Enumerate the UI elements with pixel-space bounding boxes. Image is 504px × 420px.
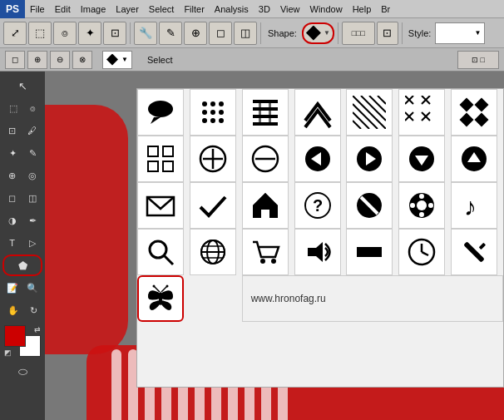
shape-cell-house[interactable] — [242, 182, 289, 229]
opt-btn-right-1[interactable]: ⊡ □ — [457, 51, 499, 69]
tool-lasso[interactable]: ⌾ — [30, 103, 36, 113]
shape-cell-butterfly[interactable] — [137, 275, 184, 322]
menu-file[interactable]: File — [25, 0, 50, 17]
tool-text[interactable]: T — [9, 238, 15, 248]
toolbar-btn-heal[interactable]: 🔧 — [134, 22, 157, 45]
menu-layer[interactable]: Layer — [111, 0, 144, 17]
tool-path[interactable]: ▷ — [29, 238, 36, 249]
tool-hand[interactable]: ✋ — [7, 305, 19, 316]
tool-zoom[interactable]: 🔍 — [27, 283, 38, 294]
menu-window[interactable]: Window — [305, 0, 348, 17]
shape-cell-envelope[interactable] — [137, 182, 184, 229]
tool-dodge-row[interactable]: ◑ ✒ — [2, 210, 42, 231]
menu-3d[interactable]: 3D — [254, 0, 275, 17]
shape-cell-square-grid[interactable] — [137, 136, 184, 182]
toolbar-btn-lasso[interactable]: ⌾ — [53, 22, 77, 45]
tool-clone[interactable]: ⊕ — [8, 170, 16, 181]
tool-shape[interactable]: ⬟ — [2, 254, 42, 276]
shape-cell-clock[interactable] — [398, 229, 445, 275]
tool-crop[interactable]: ⊡ — [8, 126, 16, 136]
shape-cell-chevrons[interactable] — [294, 89, 341, 136]
tool-history[interactable]: ◎ — [28, 170, 37, 181]
toolbar-btn-brush[interactable]: ✎ — [159, 22, 182, 45]
toolbar-btn-gradient[interactable]: ◫ — [234, 22, 257, 45]
shape-cell-question[interactable]: ? — [294, 182, 341, 229]
shape-cell-globe[interactable] — [190, 229, 236, 275]
shape-cell-diagonal-lines[interactable] — [346, 89, 393, 136]
shape-cell-cart[interactable] — [242, 229, 289, 275]
shape-cell-circle-minus[interactable] — [242, 136, 289, 182]
tool-crop-row[interactable]: ⊡ 🖋 — [2, 120, 42, 141]
menu-view[interactable]: View — [275, 0, 305, 17]
tool-text-row[interactable]: T ▷ — [2, 232, 42, 254]
foreground-color[interactable] — [4, 325, 26, 347]
shape-cell-no[interactable] — [346, 182, 393, 229]
tool-gradient[interactable]: ◫ — [28, 193, 37, 204]
menu-br[interactable]: Br — [376, 0, 395, 17]
toolbar-btn-size2[interactable]: ⊡ — [377, 22, 398, 45]
menu-image[interactable]: Image — [76, 0, 111, 17]
svg-point-66 — [428, 203, 433, 208]
tool-note-row[interactable]: 📝 🔍 — [2, 277, 42, 299]
opt-btn-1[interactable]: ◻ — [5, 51, 25, 69]
tool-rect-marquee[interactable]: ⬚ — [9, 103, 17, 114]
shape-cell-speaker[interactable] — [294, 229, 341, 275]
menu-help[interactable]: Help — [348, 0, 377, 17]
style-dropdown[interactable]: ▼ — [435, 22, 485, 44]
svg-marker-78 — [308, 242, 323, 262]
tool-note[interactable]: 📝 — [7, 283, 18, 294]
tool-erase[interactable]: ◻ — [8, 193, 16, 204]
tool-eyedrop[interactable]: 🖋 — [27, 126, 37, 136]
color-reset[interactable]: ◩ — [4, 348, 12, 357]
shape-cell-arrow-left-circle[interactable] — [294, 136, 341, 182]
toolbar-btn-size1[interactable]: □□□ — [342, 22, 375, 45]
shape-cell-wrench[interactable] — [451, 229, 497, 275]
shape-cell-checkmark[interactable] — [190, 182, 236, 229]
shape-cell-magnify[interactable] — [137, 229, 184, 275]
toolbar-btn-magic[interactable]: ✦ — [78, 22, 101, 45]
menu-select[interactable]: Select — [144, 0, 180, 17]
tool-rotate[interactable]: ↻ — [30, 305, 37, 316]
shape-cell-music[interactable]: ♪ — [451, 182, 497, 229]
shape-cell-rectangle[interactable] — [346, 229, 393, 275]
tool-clone-row[interactable]: ⊕ ◎ — [2, 165, 42, 186]
menu-analysis[interactable]: Analysis — [210, 0, 254, 17]
toolbar-btn-marquee[interactable]: ⬚ — [28, 22, 52, 45]
tool-quickmask[interactable]: ⬭ — [2, 361, 42, 383]
shape-cell-x-pattern[interactable] — [398, 89, 445, 136]
shape-dropdown[interactable]: ▼ — [302, 22, 334, 44]
tool-hand-row[interactable]: ✋ ↻ — [2, 299, 42, 321]
tool-brush[interactable]: ✎ — [29, 148, 37, 159]
shape-cell-arrow-right-circle[interactable] — [346, 136, 393, 182]
tool-marquee-row[interactable]: ⬚ ⌾ — [2, 97, 42, 119]
color-toggle[interactable]: ⇄ — [34, 325, 41, 334]
opt-btn-3[interactable]: ⊖ — [50, 51, 70, 69]
opt-btn-4[interactable]: ⊗ — [72, 51, 92, 69]
tool-heal-row[interactable]: ✦ ✎ — [2, 142, 42, 164]
tools-panel: ↖ ⬚ ⌾ ⊡ 🖋 ✦ ✎ ⊕ ◎ ◻ ◫ ◑ ✒ — [0, 72, 45, 420]
shape-cell-arrow-up-circle[interactable] — [451, 136, 497, 182]
toolbar-btn-clone[interactable]: ⊕ — [184, 22, 207, 45]
tool-pen[interactable]: ✒ — [29, 215, 37, 226]
shape-cell-arrow-down-circle[interactable] — [398, 136, 445, 182]
opt-btn-2[interactable]: ⊕ — [27, 51, 47, 69]
menu-edit[interactable]: Edit — [50, 0, 76, 17]
toolbar-btn-crop[interactable]: ⊡ — [103, 22, 126, 45]
svg-point-89 — [166, 285, 169, 288]
tool-selector[interactable]: ↖ — [2, 75, 42, 96]
tool-erase-row[interactable]: ◻ ◫ — [2, 187, 42, 209]
menu-filter[interactable]: Filter — [179, 0, 209, 17]
toolbar-btn-move[interactable]: ⤢ — [3, 22, 27, 45]
options-bar: ◻ ⊕ ⊖ ⊗ ▼ Select ⊡ □ — [0, 48, 504, 72]
shape-cell-diamond-pattern[interactable] — [451, 89, 497, 136]
shape-cell-film-reel[interactable] — [398, 182, 445, 229]
shape-cell-circle-plus[interactable] — [190, 136, 236, 182]
svg-line-23 — [353, 121, 361, 129]
shape-cell-rails[interactable] — [242, 89, 289, 136]
shape-cell-dots[interactable] — [190, 89, 236, 136]
tool-heal[interactable]: ✦ — [9, 148, 17, 159]
toolbar-btn-erase[interactable]: ◻ — [209, 22, 232, 45]
tool-dodge[interactable]: ◑ — [8, 215, 17, 226]
opt-shape-dropdown[interactable]: ▼ — [102, 51, 132, 69]
shape-cell-speech-bubble[interactable] — [137, 89, 184, 136]
